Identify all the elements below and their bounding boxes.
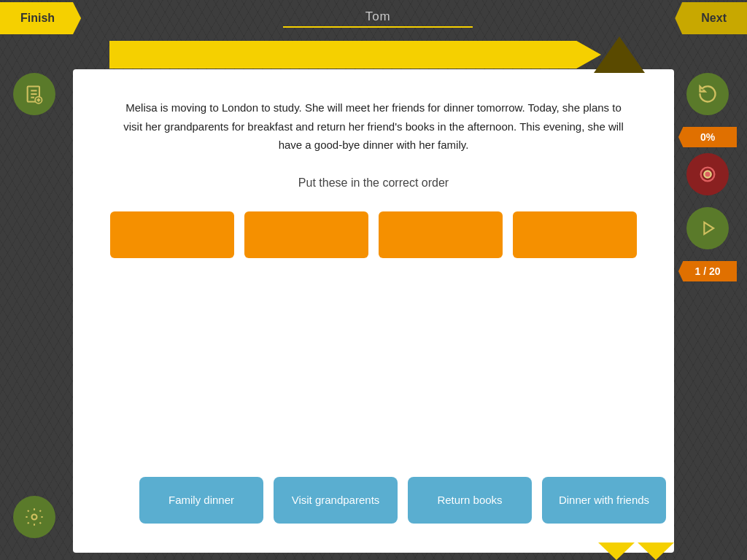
record-icon xyxy=(697,164,718,184)
side-icons-left xyxy=(13,73,55,121)
play-button[interactable] xyxy=(686,207,729,249)
choice-dinner-with-friends[interactable]: Dinner with friends xyxy=(542,477,666,524)
play-icon xyxy=(697,218,718,238)
count-badge: 1 / 20 xyxy=(678,261,737,281)
instruction-text: Put these in the correct order xyxy=(298,176,449,190)
answer-choices: Family dinner Visit grandparents Return … xyxy=(102,477,703,524)
passage-text: Melisa is moving to London to study. She… xyxy=(118,98,629,155)
choice-return-books[interactable]: Return books xyxy=(408,477,532,524)
title-underline xyxy=(283,26,473,28)
chevron-1 xyxy=(598,542,635,560)
settings-button[interactable] xyxy=(13,496,55,538)
add-note-button[interactable] xyxy=(13,73,55,115)
replay-icon xyxy=(697,84,718,104)
count-text: 1 / 20 xyxy=(694,265,720,277)
settings-icon xyxy=(24,507,44,527)
user-title: Tom xyxy=(283,9,473,28)
drop-zone-3[interactable] xyxy=(379,211,503,258)
chevron-2 xyxy=(638,542,674,560)
replay-button[interactable] xyxy=(686,73,729,115)
main-card: Melisa is moving to London to study. She… xyxy=(73,69,674,553)
drop-zones xyxy=(102,211,645,258)
drop-zone-4[interactable] xyxy=(513,211,637,258)
banner-left xyxy=(109,41,601,69)
record-button[interactable] xyxy=(686,153,729,195)
svg-point-7 xyxy=(32,515,37,520)
svg-marker-10 xyxy=(704,222,713,234)
choice-family-dinner[interactable]: Family dinner xyxy=(139,477,263,524)
percent-badge: 0% xyxy=(678,127,737,147)
user-name-text: Tom xyxy=(365,9,391,24)
finish-button[interactable]: Finish xyxy=(0,2,81,34)
bottom-chevrons xyxy=(598,542,674,560)
side-icons-right: 0% 1 / 20 xyxy=(678,73,737,281)
next-button[interactable]: Next xyxy=(675,2,747,34)
yellow-banner xyxy=(109,36,645,73)
banner-right xyxy=(594,36,645,73)
top-bar: Finish Tom Next xyxy=(0,0,747,36)
choice-visit-grandparents[interactable]: Visit grandparents xyxy=(274,477,398,524)
svg-point-9 xyxy=(704,171,711,177)
add-note-icon xyxy=(24,84,44,104)
drop-zone-2[interactable] xyxy=(244,211,368,258)
drop-zone-1[interactable] xyxy=(110,211,234,258)
percent-text: 0% xyxy=(700,131,715,143)
